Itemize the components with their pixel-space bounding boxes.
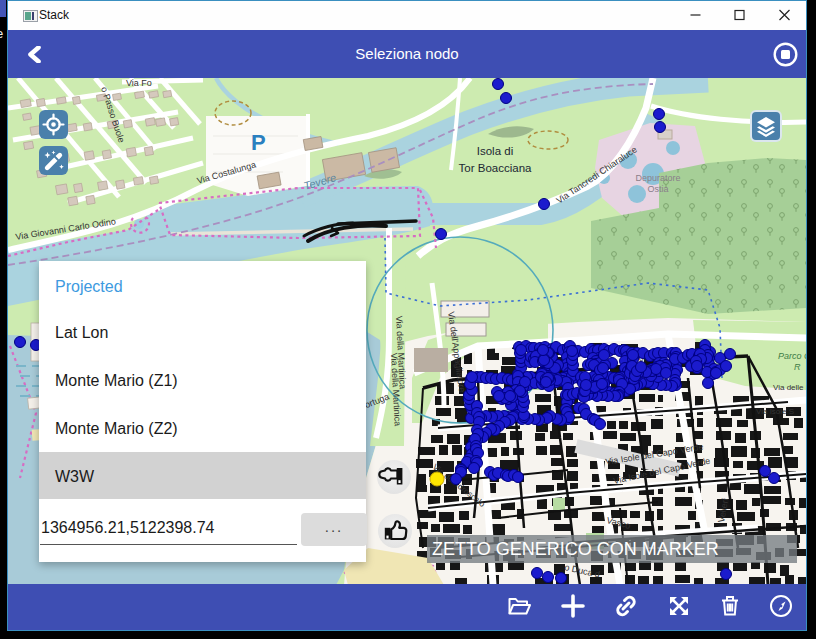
svg-text:R: R	[794, 362, 801, 372]
svg-text:Via Isole S: Via Isole S	[756, 407, 794, 416]
svg-text:P: P	[251, 130, 266, 155]
svg-text:Via delle M: Via delle M	[773, 383, 806, 392]
svg-text:Ostia: Ostia	[647, 184, 668, 194]
svg-text:Depuratore: Depuratore	[635, 173, 680, 183]
svg-text:Tor Boacciana: Tor Boacciana	[459, 162, 532, 174]
svg-text:Isola di: Isola di	[477, 145, 513, 157]
svg-text:Parco C: Parco C	[778, 351, 806, 361]
svg-text:Via Fo: Via Fo	[126, 78, 152, 88]
